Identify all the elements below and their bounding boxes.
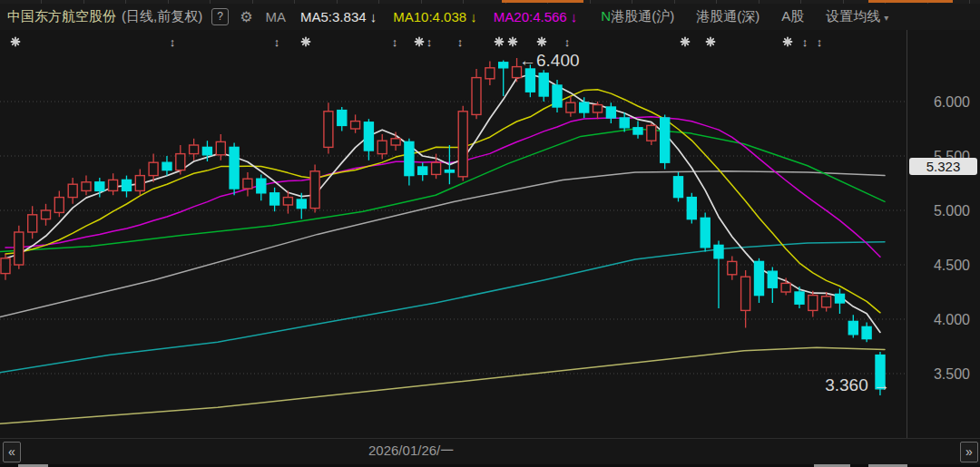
period-adjustment-label: (日线,前复权) xyxy=(122,8,202,25)
active-tab-indicator xyxy=(868,0,953,3)
star-icon xyxy=(509,38,517,46)
date-label: 2026/01/26/一 xyxy=(368,443,454,460)
kline-chart[interactable]: 6.0005.5005.0004.5004.0003.500↕↕↕↕↕↕↕↕←6… xyxy=(0,30,980,438)
star-icon xyxy=(416,38,424,46)
gear-icon[interactable]: ⚙ xyxy=(240,8,252,25)
indicator-label[interactable]: MA xyxy=(266,9,287,24)
time-axis-bar: « 2026/01/26/一 » xyxy=(0,438,980,464)
svg-text:6.000: 6.000 xyxy=(934,94,970,110)
help-icon[interactable]: ? xyxy=(211,8,229,25)
stock-title: 中国东方航空股份 xyxy=(7,8,116,25)
down-arrow-icon: ↓ xyxy=(571,9,578,24)
updown-arrow-icon: ↕ xyxy=(426,35,433,49)
updown-arrow-icon: ↕ xyxy=(802,35,808,49)
star-icon xyxy=(12,38,20,46)
price-annotation: 3.360 → xyxy=(825,375,890,394)
chevron-down-icon: ▾ xyxy=(884,13,888,23)
scroll-left-button[interactable]: « xyxy=(3,442,21,462)
link-hk-connect-sz[interactable]: 港股通(深) xyxy=(696,8,760,25)
chart-header: 中国东方航空股份 (日线,前复权) ? ⚙ MA MA5:3.834 ↓ MA1… xyxy=(0,4,980,30)
highlighted-price-tag: 5.323 xyxy=(909,158,977,175)
star-icon xyxy=(707,38,715,46)
ma-settings-button[interactable]: 设置均线▾ xyxy=(826,8,888,25)
star-icon xyxy=(495,38,504,46)
updown-arrow-icon: ↕ xyxy=(274,35,280,49)
updown-arrow-icon: ↕ xyxy=(170,35,176,49)
ma10-legend: MA10:4.038 ↓ xyxy=(393,9,477,24)
link-a-share[interactable]: A股 xyxy=(781,8,804,25)
ma-overlays xyxy=(0,129,885,423)
stock-chart-window: 中国东方航空股份 (日线,前复权) ? ⚙ MA MA5:3.834 ↓ MA1… xyxy=(0,0,980,467)
star-icon xyxy=(302,38,310,46)
down-arrow-icon: ↓ xyxy=(470,9,477,24)
ma20-legend: MA20:4.566 ↓ xyxy=(494,9,578,24)
svg-text:4.000: 4.000 xyxy=(934,312,970,327)
svg-text:4.500: 4.500 xyxy=(934,258,970,273)
gridlines: 6.0005.5005.0004.5004.0003.500 xyxy=(0,94,970,382)
updown-arrow-icon: ↕ xyxy=(817,35,823,49)
link-hk-connect-sh[interactable]: N港股通(沪) xyxy=(601,8,674,25)
updown-arrow-icon: ↕ xyxy=(392,35,398,49)
svg-text:3.500: 3.500 xyxy=(934,366,970,382)
ma5-legend: MA5:3.834 ↓ xyxy=(300,9,377,24)
chart-area: 6.0005.5005.0004.5004.0003.500↕↕↕↕↕↕↕↕←6… xyxy=(0,30,980,438)
star-icon xyxy=(538,38,546,46)
updown-arrow-icon: ↕ xyxy=(564,35,571,49)
down-arrow-icon: ↓ xyxy=(370,9,377,24)
star-icon xyxy=(784,38,792,46)
updown-arrow-icon: ↕ xyxy=(457,35,464,49)
price-annotation: ←6.400 xyxy=(519,51,580,70)
active-tab-indicator xyxy=(502,0,583,3)
event-markers: ↕↕↕↕↕↕↕↕ xyxy=(12,35,823,49)
star-icon xyxy=(681,38,690,46)
scroll-right-button[interactable]: » xyxy=(960,442,978,462)
svg-text:5.000: 5.000 xyxy=(934,203,970,219)
new-badge: N xyxy=(601,8,611,24)
